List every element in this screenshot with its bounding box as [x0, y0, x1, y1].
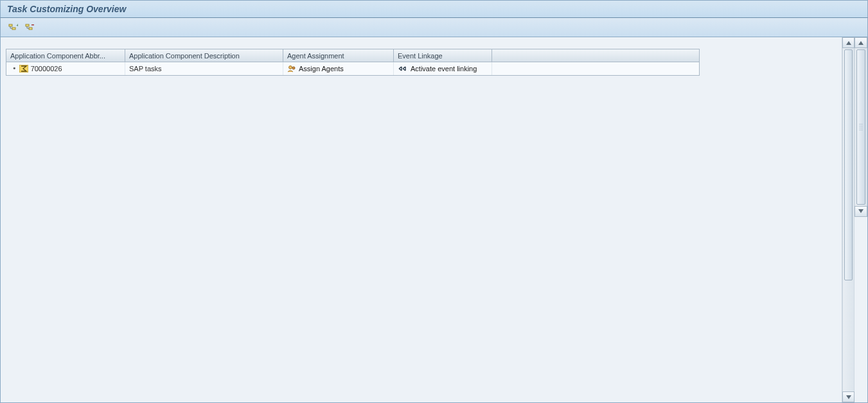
expand-hierarchy-icon: +	[8, 23, 18, 32]
toolbar: + © www.tutorialkart.com	[0, 18, 868, 37]
outer-vertical-scrollbar[interactable]	[842, 37, 855, 402]
svg-text:+: +	[16, 23, 18, 28]
content-area: Application Component Abbr... Applicatio…	[0, 37, 868, 403]
svg-point-8	[292, 67, 295, 69]
triangle-down-icon	[858, 209, 864, 213]
svg-rect-3	[26, 24, 29, 26]
table-row[interactable]: • 70000026 SAP tasks	[6, 62, 699, 75]
column-header-event[interactable]: Event Linkage	[394, 49, 492, 62]
cell-abbr: • 70000026	[6, 62, 125, 75]
expand-all-button[interactable]: +	[6, 21, 20, 34]
column-header-abbr[interactable]: Application Component Abbr...	[6, 49, 125, 62]
scroll-grip-icon	[859, 124, 863, 130]
inner-vertical-scrollbar[interactable]	[855, 37, 867, 217]
tree-node[interactable]: • 70000026	[10, 62, 62, 75]
column-header-blank	[492, 49, 699, 62]
scroll-track[interactable]	[855, 48, 867, 206]
cell-description-text: SAP tasks	[129, 62, 162, 75]
cell-abbr-text: 70000026	[31, 62, 62, 75]
scroll-track[interactable]	[842, 48, 855, 391]
title-bar: Task Customizing Overview	[0, 0, 868, 18]
column-header-agent[interactable]: Agent Assignment	[283, 49, 394, 62]
scroll-up-button[interactable]	[855, 37, 867, 48]
triangle-down-icon	[846, 395, 851, 399]
scrollbar-filler	[855, 223, 867, 403]
grid-panel: Application Component Abbr... Applicatio…	[1, 37, 842, 402]
svg-rect-1	[12, 28, 15, 30]
cell-agent-assignment[interactable]: Assign Agents	[283, 62, 394, 75]
svg-rect-5	[31, 24, 34, 26]
activate-linking-icon	[398, 65, 408, 72]
cell-description: SAP tasks	[125, 62, 283, 75]
cell-event-text: Activate event linking	[411, 62, 477, 75]
svg-rect-0	[9, 24, 12, 26]
scroll-down-button[interactable]	[855, 206, 867, 217]
assign-agents-icon	[287, 65, 296, 73]
column-header-description[interactable]: Application Component Description	[125, 49, 283, 62]
cell-blank	[492, 62, 699, 75]
cell-event-linkage[interactable]: Activate event linking	[394, 62, 492, 75]
scroll-up-button[interactable]	[842, 37, 855, 48]
collapse-hierarchy-icon	[25, 23, 35, 32]
scroll-down-button[interactable]	[842, 391, 855, 402]
scrollbars-stack-inner	[855, 37, 867, 402]
svg-rect-4	[29, 28, 32, 30]
tree-grid: Application Component Abbr... Applicatio…	[6, 49, 700, 76]
scrollbar-gap	[855, 217, 867, 223]
scroll-thumb[interactable]	[844, 49, 853, 280]
scrollbars-stack	[842, 37, 855, 402]
svg-point-7	[289, 66, 292, 69]
page-title: Task Customizing Overview	[7, 4, 126, 14]
sigma-node-icon	[19, 65, 28, 73]
scroll-thumb[interactable]	[856, 49, 865, 205]
cell-agent-text: Assign Agents	[299, 62, 344, 75]
collapse-all-button[interactable]	[22, 21, 37, 34]
triangle-up-icon	[858, 41, 864, 45]
tree-leaf-bullet-icon: •	[12, 62, 17, 75]
grid-header-row: Application Component Abbr... Applicatio…	[6, 49, 699, 62]
triangle-up-icon	[846, 41, 851, 45]
